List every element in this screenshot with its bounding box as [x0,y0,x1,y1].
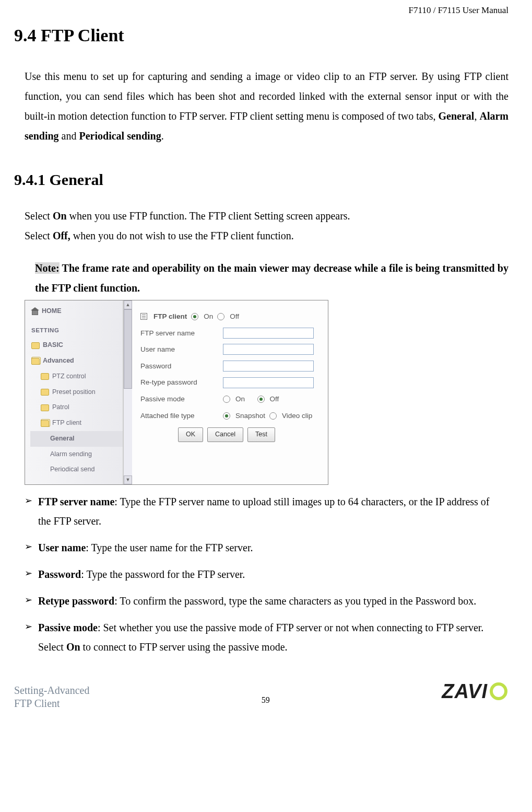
sel-off-c: when you do not wish to use the FTP clie… [70,230,294,241]
intro-periodical: Periodical sending [79,130,161,142]
nav-patrol[interactable]: Patrol [30,400,123,415]
folder-icon [41,373,49,380]
passive-on-label: On [235,392,245,406]
nav-home[interactable]: HOME [30,304,123,319]
folder-icon [31,342,40,349]
retype-input[interactable] [223,377,314,388]
brand-logo: ZAVI [442,672,509,710]
intro-and: and [59,130,79,142]
sel-on-c: when you use FTP function. The FTP clien… [67,210,350,222]
desc-server: FTP server name: Type the FTP server nam… [25,492,498,531]
nav-patrol-label: Patrol [52,401,69,414]
desc-passive: Passive mode: Set whether you use the pa… [25,618,498,657]
ftp-on-label: On [204,310,213,323]
subsection-title: 9.4.1 General [14,165,509,194]
password-input[interactable] [223,361,314,372]
scroll-thumb[interactable] [124,309,132,389]
scroll-down-icon[interactable]: ▼ [124,475,132,484]
folder-open-icon [31,358,40,365]
desc-user-title: User name [38,542,86,553]
user-input[interactable] [223,344,314,355]
desc-user-body: : Type the user name for the FTP server. [86,542,253,553]
nav-ftp-label: FTP client [52,417,81,430]
desc-user: User name: Type the user name for the FT… [25,538,498,558]
snapshot-radio[interactable] [223,412,230,420]
nav-preset[interactable]: Preset position [30,385,123,400]
desc-server-title: FTP server name [38,496,114,507]
nav-ptz[interactable]: PTZ control [30,369,123,385]
sel-on-b: On [53,210,67,222]
intro-paragraph: Use this menu to set up for capturing an… [25,66,509,146]
sidebar-scrollbar[interactable]: ▲ ▼ [123,300,132,484]
header-manual: F7110 / F7115 User Manual [14,0,509,19]
intro-dot: . [161,130,164,142]
footer-left: Setting-Advanced FTP Client [14,684,89,710]
brand-text: ZAVI [442,672,488,710]
form-title-icon [140,313,147,320]
desc-passive-on: On [66,641,80,653]
intro-comma: , [474,110,479,122]
retype-label: Re-type password [140,376,219,389]
nav-setting-header: SETTING [30,323,123,338]
desc-password: Password: Type the password for the FTP … [25,565,498,584]
folder-open-icon [41,420,49,427]
server-input[interactable] [223,328,314,339]
desc-retype-title: Retype password [38,595,114,607]
folder-icon [41,389,49,396]
ftp-on-radio[interactable] [191,313,198,320]
desc-password-title: Password [38,569,81,580]
nav-basic-label: BASIC [43,339,63,352]
intro-general: General [439,110,475,122]
form-title: FTP client [153,310,187,323]
desc-passive-title: Passive mode [38,622,98,633]
test-button[interactable]: Test [247,427,275,442]
page-footer: Setting-Advanced FTP Client 59 ZAVI [14,672,509,710]
nav-preset-label: Preset position [52,386,96,399]
videoclip-label: Video clip [282,409,312,423]
folder-icon [41,404,49,411]
scroll-up-icon[interactable]: ▲ [124,300,132,309]
server-label: FTP server name [140,327,219,340]
passive-off-radio[interactable] [257,396,265,403]
videoclip-radio[interactable] [269,412,277,420]
settings-screenshot: HOME SETTING BASIC Advanced PTZ control … [25,300,328,485]
brand-o-icon [490,682,507,700]
nav-advanced-label: Advanced [43,355,74,367]
form-pane: FTP client On Off FTP server name User n… [132,300,328,484]
footer-left-1: Setting-Advanced [14,684,89,697]
passive-on-radio[interactable] [223,396,230,403]
page-number: 59 [262,692,270,708]
passive-off-label: Off [270,392,279,406]
note-block: Note: The frame rate and operability on … [35,258,509,298]
footer-left-2: FTP Client [14,697,89,710]
nav-ftp[interactable]: FTP client [30,415,123,431]
desc-password-body: : Type the password for the FTP server. [81,569,245,580]
ftp-off-radio[interactable] [217,313,224,320]
intro-text-a: Use this menu to set up for capturing an… [25,71,509,122]
passive-label: Passive mode [140,392,219,406]
nav-periodical[interactable]: Periodical send [30,462,123,478]
home-icon [31,308,39,315]
section-title: 9.4 FTP Client [14,19,509,53]
nav-alarm[interactable]: Alarm sending [30,447,123,462]
note-label: Note: [35,262,60,274]
nav-basic[interactable]: BASIC [30,338,123,353]
user-label: User name [140,343,219,356]
nav-home-label: HOME [42,305,62,318]
attach-label: Attached file type [140,409,219,423]
desc-passive-tail: to connect to FTP server using the passi… [80,641,288,653]
ftp-off-label: Off [230,310,239,323]
nav-advanced[interactable]: Advanced [30,353,123,369]
ok-button[interactable]: OK [178,427,203,442]
note-text: The frame rate and operability on the ma… [35,262,509,294]
nav-ptz-label: PTZ control [52,370,86,383]
cancel-button[interactable]: Cancel [207,427,243,442]
snapshot-label: Snapshot [235,409,265,423]
nav-general[interactable]: General [30,431,123,447]
sel-on-a: Select [25,210,53,222]
nav-sidebar: HOME SETTING BASIC Advanced PTZ control … [25,300,123,484]
desc-retype-body: : To confirm the password, type the same… [114,595,476,607]
select-off-line: Select Off, when you do not wish to use … [25,226,509,246]
desc-retype: Retype password: To confirm the password… [25,591,498,611]
scroll-track[interactable] [124,389,132,475]
